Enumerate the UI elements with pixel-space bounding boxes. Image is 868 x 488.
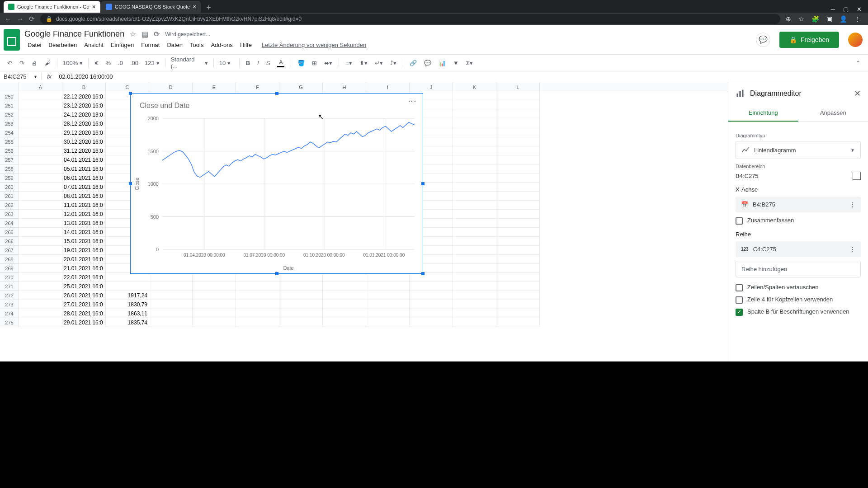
currency-icon[interactable]: €	[92, 58, 101, 68]
cell[interactable]	[19, 128, 62, 137]
row-header[interactable]: 261	[0, 192, 19, 201]
cell[interactable]	[323, 300, 366, 309]
col-header[interactable]: H	[323, 82, 366, 92]
cell[interactable]	[19, 219, 62, 228]
cell[interactable]	[453, 282, 496, 291]
cell[interactable]	[323, 309, 366, 318]
cell[interactable]: 30.12.2020 16:0	[62, 137, 106, 146]
row-header[interactable]: 271	[0, 282, 19, 291]
cell[interactable]	[19, 318, 62, 327]
cell[interactable]	[496, 201, 540, 210]
row-header[interactable]: 253	[0, 119, 19, 128]
sheets-logo-icon[interactable]	[4, 29, 20, 51]
maximize-icon[interactable]: ▢	[843, 6, 849, 13]
cell[interactable]	[410, 318, 453, 327]
cell[interactable]	[453, 318, 496, 327]
row-header[interactable]: 270	[0, 273, 19, 282]
redo-icon[interactable]: ↷	[17, 58, 27, 68]
menu-hilfe[interactable]: Hilfe	[237, 40, 255, 50]
cell[interactable]	[496, 282, 540, 291]
cell[interactable]: 25.01.2021 16:0	[62, 282, 106, 291]
row-header[interactable]: 255	[0, 137, 19, 146]
cell[interactable]	[496, 137, 540, 146]
close-icon[interactable]: ×	[193, 3, 196, 10]
print-icon[interactable]: 🖨	[29, 58, 40, 68]
reload-icon[interactable]: ⟳	[29, 15, 35, 23]
menu-daten[interactable]: Daten	[164, 40, 186, 50]
cell[interactable]: 1830,79	[106, 300, 149, 309]
cell[interactable]	[453, 228, 496, 237]
row-header[interactable]: 256	[0, 146, 19, 155]
cell[interactable]	[453, 309, 496, 318]
row-header[interactable]: 272	[0, 291, 19, 300]
minimize-icon[interactable]: ─	[831, 6, 835, 13]
cloud-icon[interactable]: ⟳	[154, 30, 160, 38]
row-header[interactable]: 274	[0, 309, 19, 318]
cell[interactable]	[19, 309, 62, 318]
functions-icon[interactable]: Σ▾	[463, 58, 476, 68]
h-align-icon[interactable]: ≡▾	[343, 58, 355, 68]
use-row4-checkbox[interactable]: Zeile 4 für Kopfzeilen verwenden	[736, 296, 861, 304]
cell[interactable]	[236, 282, 279, 291]
row-header[interactable]: 250	[0, 92, 19, 101]
forward-icon[interactable]: →	[17, 15, 24, 23]
merge-cells-icon[interactable]: ⬌▾	[321, 58, 335, 68]
close-icon[interactable]: ×	[92, 3, 96, 10]
cell[interactable]	[149, 309, 193, 318]
cell[interactable]	[496, 101, 540, 110]
fill-color-icon[interactable]: 🪣	[295, 58, 307, 68]
cell[interactable]: 24.12.2020 13:0	[62, 110, 106, 119]
cell[interactable]	[453, 246, 496, 255]
cell[interactable]	[149, 282, 193, 291]
cell[interactable]	[193, 318, 236, 327]
cell[interactable]: 28.01.2021 16:0	[62, 309, 106, 318]
row-header[interactable]: 268	[0, 255, 19, 264]
row-header[interactable]: 258	[0, 164, 19, 174]
tab-customize[interactable]: Anpassen	[798, 105, 868, 122]
cell[interactable]	[496, 146, 540, 155]
row-header[interactable]: 266	[0, 237, 19, 246]
insert-chart-icon[interactable]: 📊	[436, 58, 448, 68]
cell[interactable]	[496, 128, 540, 137]
cell[interactable]	[453, 255, 496, 264]
cell[interactable]: 14.01.2021 16:0	[62, 228, 106, 237]
cell[interactable]: 26.01.2021 16:0	[62, 291, 106, 300]
cell[interactable]	[496, 318, 540, 327]
cell[interactable]: 05.01.2021 16:0	[62, 164, 106, 174]
cell[interactable]	[366, 273, 410, 282]
cell[interactable]	[453, 137, 496, 146]
row-header[interactable]: 264	[0, 219, 19, 228]
row-header[interactable]: 262	[0, 201, 19, 210]
cell[interactable]	[193, 300, 236, 309]
cell[interactable]	[496, 237, 540, 246]
browser-tab-active[interactable]: Google Finance Funktionen - Go ×	[4, 1, 100, 13]
cell[interactable]: 1863,11	[106, 309, 149, 318]
cell[interactable]: 31.12.2020 16:0	[62, 146, 106, 155]
cell[interactable]	[19, 155, 62, 164]
document-title[interactable]: Google Finance Funktionen	[24, 29, 124, 39]
cell[interactable]	[279, 318, 323, 327]
profile-icon[interactable]: 👤	[840, 15, 847, 23]
cell[interactable]	[19, 110, 62, 119]
menu-datei[interactable]: Datei	[24, 40, 44, 50]
chart-type-select[interactable]: Liniendiagramm ▼	[736, 141, 861, 159]
cell[interactable]	[193, 309, 236, 318]
cell[interactable]	[19, 282, 62, 291]
cell[interactable]: 21.01.2021 16:0	[62, 264, 106, 273]
series-field[interactable]: 123 C4:C275 ⋮	[736, 241, 861, 257]
cell[interactable]	[323, 273, 366, 282]
cell[interactable]: 15.01.2021 16:0	[62, 237, 106, 246]
cell[interactable]	[19, 101, 62, 110]
cell[interactable]	[19, 92, 62, 101]
cell[interactable]	[453, 110, 496, 119]
more-icon[interactable]: ⋮	[849, 201, 855, 208]
cell[interactable]: 12.01.2021 16:0	[62, 210, 106, 219]
cell[interactable]	[496, 309, 540, 318]
cell[interactable]	[410, 291, 453, 300]
cell[interactable]	[496, 183, 540, 192]
cell[interactable]	[496, 300, 540, 309]
cell[interactable]	[323, 291, 366, 300]
cell[interactable]: 13.01.2021 16:0	[62, 219, 106, 228]
cell[interactable]: 22.01.2021 16:0	[62, 273, 106, 282]
filter-icon[interactable]: ▼	[450, 58, 462, 68]
